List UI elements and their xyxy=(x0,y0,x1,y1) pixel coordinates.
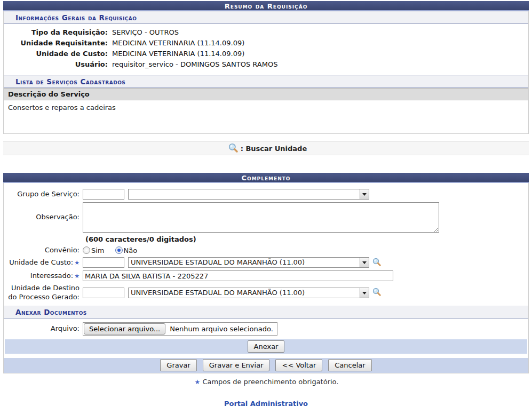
unidade-custo-select-value: UNIVERSIDADE ESTADUAL DO MARANHÃO (11.00… xyxy=(129,258,360,267)
legend-bar: : Buscar Unidade xyxy=(3,141,529,155)
info-row-unidade-custo: Unidade de Custo: MEDICINA VETERINARIA (… xyxy=(4,48,528,59)
actions-bar: Gravar Gravar e Enviar << Voltar Cancela… xyxy=(4,358,528,373)
unidade-custo-code-input[interactable] xyxy=(83,257,124,268)
info-row-tipo: Tipo da Requisição: SERVIÇO - OUTROS xyxy=(4,27,528,37)
required-star-icon: ★ xyxy=(73,259,80,266)
info-row-usuario: Usuário: requisitor_servico - DOMINGOS S… xyxy=(4,59,528,69)
info-value: MEDICINA VETERINARIA (11.14.09.09) xyxy=(110,50,244,58)
required-star-icon: ★ xyxy=(73,273,80,280)
row-interessado: Interessado:★ xyxy=(4,270,528,281)
voltar-button[interactable]: << Voltar xyxy=(275,359,322,371)
grupo-servico-code-input[interactable] xyxy=(83,189,124,200)
unidade-destino-select-value: UNIVERSIDADE ESTADUAL DO MARANHÃO (11.00… xyxy=(129,288,360,298)
radio-nao[interactable] xyxy=(115,246,123,254)
complemento-title: Complemento xyxy=(241,174,290,182)
complemento-box: Grupo de Serviço: Observação: (600 carac… xyxy=(3,183,529,373)
row-arquivo: Arquivo: Selecionar arquivo... Nenhum ar… xyxy=(4,322,528,336)
resumo-box-filler xyxy=(4,114,528,133)
arquivo-label: Arquivo: xyxy=(4,324,83,333)
section-informacoes-gerais: Informações Gerais da Requisição xyxy=(4,11,528,24)
required-note-text: Campos de preenchimento obrigatório. xyxy=(202,378,338,386)
row-unidade-custo: Unidade de Custo:★ UNIVERSIDADE ESTADUAL… xyxy=(4,257,528,268)
search-icon[interactable] xyxy=(372,258,381,268)
anexar-bar: Anexar xyxy=(5,339,527,354)
gravar-e-enviar-button[interactable]: Gravar e Enviar xyxy=(203,359,270,371)
search-icon xyxy=(228,143,238,154)
convenio-label: Convênio: xyxy=(4,246,83,254)
resumo-title-bar: Resumo da Requisição xyxy=(3,1,529,11)
interessado-input[interactable] xyxy=(83,270,393,281)
interessado-label: Interessado:★ xyxy=(4,272,83,280)
observacao-label: Observação: xyxy=(4,213,83,221)
cancelar-button[interactable]: Cancelar xyxy=(328,359,371,371)
gravar-button[interactable]: Gravar xyxy=(160,359,196,371)
services-column-header: Descrição do Serviço xyxy=(4,88,528,100)
section-anexar-documentos: Anexar Documentos xyxy=(4,306,528,319)
convenio-option-nao[interactable]: Não xyxy=(115,246,138,254)
required-star-icon: ★ xyxy=(194,378,201,386)
file-select-button[interactable]: Selecionar arquivo... xyxy=(84,323,165,335)
resumo-box: Informações Gerais da Requisição Tipo da… xyxy=(3,11,529,134)
table-row: Consertos e reparos a cadeiras xyxy=(4,100,528,114)
legend-text: : Buscar Unidade xyxy=(241,145,307,153)
row-grupo-servico: Grupo de Serviço: xyxy=(4,189,528,200)
search-icon[interactable] xyxy=(372,288,381,298)
convenio-radio-group: Sim Não xyxy=(83,246,145,254)
required-fields-note: ★ Campos de preenchimento obrigatório. xyxy=(3,378,529,386)
unidade-custo-label: Unidade de Custo:★ xyxy=(4,258,83,267)
info-label: Unidade de Custo: xyxy=(4,50,110,58)
radio-sim[interactable] xyxy=(83,246,90,254)
radio-sim-label: Sim xyxy=(91,246,105,254)
info-label: Usuário: xyxy=(4,60,110,68)
portal-footer: Portal Administrativo xyxy=(3,400,529,406)
info-value: SERVIÇO - OUTROS xyxy=(110,28,179,36)
info-row-unidade-requisitante: Unidade Requisitante: MEDICINA VETERINAR… xyxy=(4,37,528,48)
observacao-counter: (600 caracteres/0 digitados) xyxy=(85,235,528,243)
unidade-destino-label: Unidade de Destino do Processo Gerado: xyxy=(4,284,83,301)
chevron-down-icon[interactable] xyxy=(360,189,369,199)
row-unidade-destino: Unidade de Destino do Processo Gerado: U… xyxy=(4,284,528,301)
section-lista-servicos: Lista de Serviços Cadastrados xyxy=(4,75,528,88)
complemento-title-bar: Complemento xyxy=(3,173,529,183)
grupo-servico-select-value xyxy=(129,189,360,199)
row-convenio: Convênio: Sim Não xyxy=(4,246,528,254)
radio-nao-label: Não xyxy=(124,246,138,254)
info-label: Tipo da Requisição: xyxy=(4,28,110,36)
info-value: requisitor_servico - DOMINGOS SANTOS RAM… xyxy=(110,60,277,68)
chevron-down-icon[interactable] xyxy=(360,258,369,267)
file-status-text: Nenhum arquivo selecionado. xyxy=(166,325,273,333)
anexar-button[interactable]: Anexar xyxy=(248,340,285,353)
file-input[interactable]: Selecionar arquivo... Nenhum arquivo sel… xyxy=(83,322,277,336)
info-value: MEDICINA VETERINARIA (11.14.09.09) xyxy=(110,39,244,47)
grupo-servico-label: Grupo de Serviço: xyxy=(4,190,83,198)
chevron-down-icon[interactable] xyxy=(360,288,369,298)
page: Resumo da Requisição Informações Gerais … xyxy=(0,0,532,406)
observacao-textarea[interactable] xyxy=(83,202,439,233)
unidade-custo-select[interactable]: UNIVERSIDADE ESTADUAL DO MARANHÃO (11.00… xyxy=(128,257,369,268)
row-observacao: Observação: xyxy=(4,202,528,233)
info-label: Unidade Requisitante: xyxy=(4,39,110,47)
unidade-destino-select[interactable]: UNIVERSIDADE ESTADUAL DO MARANHÃO (11.00… xyxy=(128,288,369,298)
resumo-title: Resumo da Requisição xyxy=(225,2,308,10)
convenio-option-sim[interactable]: Sim xyxy=(83,246,105,254)
unidade-destino-code-input[interactable] xyxy=(83,288,124,298)
grupo-servico-select[interactable] xyxy=(128,189,369,200)
portal-administrativo-link[interactable]: Portal Administrativo xyxy=(224,400,308,406)
